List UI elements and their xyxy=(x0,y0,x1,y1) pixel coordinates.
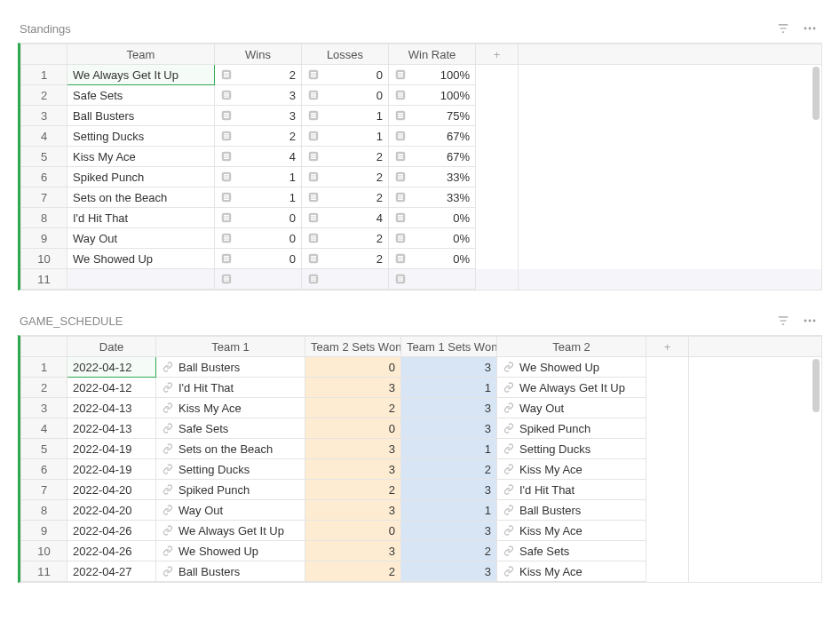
cell-team1[interactable]: Setting Ducks xyxy=(156,459,305,480)
cell-date[interactable]: 2022-04-27 xyxy=(67,561,156,582)
table-row[interactable]: 4Setting Ducks2167% xyxy=(21,126,822,147)
more-icon[interactable] xyxy=(803,21,817,36)
cell-date[interactable]: 2022-04-20 xyxy=(67,500,156,521)
cell-team2[interactable]: We Always Get It Up xyxy=(497,378,646,398)
row-number[interactable]: 3 xyxy=(21,106,67,126)
cell-winrate[interactable]: 0% xyxy=(389,228,476,249)
cell-losses[interactable] xyxy=(302,269,389,290)
cell-losses[interactable]: 2 xyxy=(302,187,389,208)
more-icon[interactable] xyxy=(803,314,817,328)
col-wins[interactable]: Wins xyxy=(215,44,302,65)
table-row[interactable]: 42022-04-13Safe Sets03Spiked Punch xyxy=(21,418,822,439)
table-row[interactable]: 72022-04-20Spiked Punch23I'd Hit That xyxy=(21,480,822,500)
table-row[interactable]: 8I'd Hit That040% xyxy=(21,208,822,228)
cell-sets2[interactable]: 3 xyxy=(305,378,401,398)
vertical-scrollbar[interactable] xyxy=(812,359,820,580)
cell-sets2[interactable]: 2 xyxy=(305,561,401,582)
cell-date[interactable]: 2022-04-19 xyxy=(67,459,156,480)
cell-team[interactable]: Way Out xyxy=(67,228,215,249)
cell-sets2[interactable]: 2 xyxy=(305,398,401,418)
row-number[interactable]: 4 xyxy=(21,126,67,147)
table-row-empty[interactable]: 11 xyxy=(21,269,822,290)
cell-wins[interactable]: 3 xyxy=(215,85,302,106)
table-row[interactable]: 102022-04-26We Showed Up32Safe Sets xyxy=(21,541,822,561)
cell-wins[interactable]: 4 xyxy=(215,147,302,167)
cell-team1[interactable]: Safe Sets xyxy=(156,418,305,439)
cell-date[interactable]: 2022-04-13 xyxy=(67,398,156,418)
add-column-button[interactable]: + xyxy=(646,337,689,357)
cell-sets1[interactable]: 3 xyxy=(401,521,497,541)
cell-sets1[interactable]: 2 xyxy=(401,541,497,561)
table-row[interactable]: 10We Showed Up020% xyxy=(21,249,822,269)
cell-wins[interactable] xyxy=(215,269,302,290)
table-row[interactable]: 62022-04-19Setting Ducks32Kiss My Ace xyxy=(21,459,822,480)
row-number[interactable]: 7 xyxy=(21,480,67,500)
table-row[interactable]: 52022-04-19Sets on the Beach31Setting Du… xyxy=(21,439,822,459)
vertical-scrollbar[interactable] xyxy=(812,67,820,288)
cell-team1[interactable]: Ball Busters xyxy=(156,357,305,378)
cell-winrate[interactable]: 67% xyxy=(389,126,476,147)
cell-date[interactable]: 2022-04-26 xyxy=(67,541,156,561)
filter-icon[interactable] xyxy=(776,314,790,328)
cell-team1[interactable]: Kiss My Ace xyxy=(156,398,305,418)
cell-losses[interactable]: 0 xyxy=(302,85,389,106)
cell-winrate[interactable]: 33% xyxy=(389,187,476,208)
col-team[interactable]: Team xyxy=(67,44,215,65)
cell-wins[interactable]: 3 xyxy=(215,106,302,126)
table-row[interactable]: 12022-04-12Ball Busters03We Showed Up xyxy=(21,357,822,378)
cell-date[interactable]: 2022-04-12 xyxy=(67,378,156,398)
table-row[interactable]: 1We Always Get It Up20100% xyxy=(21,65,822,85)
row-number[interactable]: 4 xyxy=(21,418,67,439)
cell-team2[interactable]: I'd Hit That xyxy=(497,480,646,500)
row-number[interactable]: 7 xyxy=(21,187,67,208)
row-number[interactable]: 1 xyxy=(21,357,67,378)
cell-winrate[interactable]: 100% xyxy=(389,85,476,106)
cell-team1[interactable]: We Always Get It Up xyxy=(156,521,305,541)
cell-team[interactable] xyxy=(67,269,215,290)
cell-wins[interactable]: 2 xyxy=(215,65,302,85)
row-number[interactable]: 10 xyxy=(21,249,67,269)
cell-winrate[interactable]: 0% xyxy=(389,208,476,228)
cell-sets1[interactable]: 3 xyxy=(401,418,497,439)
col-date[interactable]: Date xyxy=(67,337,156,357)
cell-losses[interactable]: 0 xyxy=(302,65,389,85)
cell-losses[interactable]: 1 xyxy=(302,106,389,126)
cell-team1[interactable]: Sets on the Beach xyxy=(156,439,305,459)
cell-winrate[interactable] xyxy=(389,269,476,290)
cell-team2[interactable]: Kiss My Ace xyxy=(497,561,646,582)
cell-wins[interactable]: 1 xyxy=(215,167,302,187)
cell-sets1[interactable]: 3 xyxy=(401,398,497,418)
row-number[interactable]: 6 xyxy=(21,167,67,187)
cell-sets2[interactable]: 3 xyxy=(305,459,401,480)
cell-wins[interactable]: 0 xyxy=(215,208,302,228)
cell-team2[interactable]: We Showed Up xyxy=(497,357,646,378)
cell-team[interactable]: Sets on the Beach xyxy=(67,187,215,208)
cell-winrate[interactable]: 33% xyxy=(389,167,476,187)
cell-date[interactable]: 2022-04-19 xyxy=(67,439,156,459)
cell-losses[interactable]: 2 xyxy=(302,147,389,167)
col-sets2[interactable]: Team 2 Sets Won xyxy=(305,337,401,357)
row-number[interactable]: 11 xyxy=(21,561,67,582)
cell-team1[interactable]: Way Out xyxy=(156,500,305,521)
row-number[interactable]: 11 xyxy=(21,269,67,290)
cell-sets1[interactable]: 1 xyxy=(401,439,497,459)
cell-team1[interactable]: I'd Hit That xyxy=(156,378,305,398)
table-row[interactable]: 92022-04-26We Always Get It Up03Kiss My … xyxy=(21,521,822,541)
cell-date[interactable]: 2022-04-12 xyxy=(67,357,156,378)
cell-team[interactable]: We Always Get It Up xyxy=(67,65,215,85)
cell-winrate[interactable]: 67% xyxy=(389,147,476,167)
cell-date[interactable]: 2022-04-26 xyxy=(67,521,156,541)
cell-team[interactable]: Spiked Punch xyxy=(67,167,215,187)
cell-wins[interactable]: 1 xyxy=(215,187,302,208)
cell-wins[interactable]: 2 xyxy=(215,126,302,147)
cell-sets2[interactable]: 3 xyxy=(305,541,401,561)
cell-sets1[interactable]: 3 xyxy=(401,357,497,378)
cell-team[interactable]: Setting Ducks xyxy=(67,126,215,147)
table-row[interactable]: 82022-04-20Way Out31Ball Busters xyxy=(21,500,822,521)
cell-sets2[interactable]: 0 xyxy=(305,521,401,541)
cell-team2[interactable]: Setting Ducks xyxy=(497,439,646,459)
cell-team2[interactable]: Kiss My Ace xyxy=(497,459,646,480)
cell-team1[interactable]: We Showed Up xyxy=(156,541,305,561)
cell-team[interactable]: I'd Hit That xyxy=(67,208,215,228)
cell-date[interactable]: 2022-04-20 xyxy=(67,480,156,500)
